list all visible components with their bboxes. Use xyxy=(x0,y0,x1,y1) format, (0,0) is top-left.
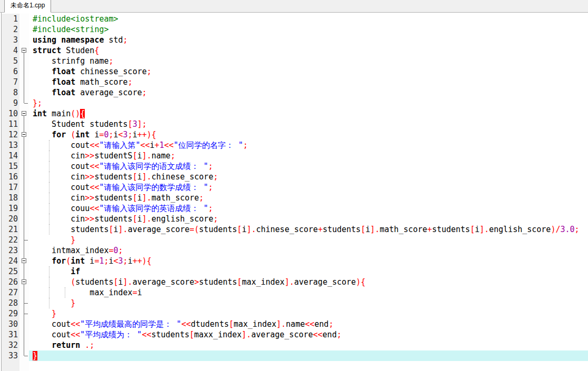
code-token: [ xyxy=(133,172,137,182)
code-token: < xyxy=(114,256,118,266)
code-token: ; xyxy=(213,214,218,224)
code-line[interactable]: cout<<"请输入该同学的语文成绩： "; xyxy=(29,161,588,172)
code-line-row: 17 cout<<"请输入该同学的数学成绩： "; xyxy=(0,182,588,193)
code-line[interactable]: if xyxy=(29,266,588,277)
code-token: math_score xyxy=(152,193,199,203)
line-number: 22 xyxy=(2,235,19,245)
code-line[interactable]: float math_score; xyxy=(29,77,588,87)
indent-guide-line xyxy=(49,151,49,161)
code-token: i xyxy=(133,130,137,139)
code-token: int xyxy=(33,109,47,118)
fold-line xyxy=(24,140,24,151)
code-token: ; xyxy=(171,151,175,161)
code-line[interactable]: struct Studen{ xyxy=(29,45,588,56)
code-line-row: 4struct Studen{ xyxy=(0,45,588,56)
code-line[interactable]: cout<<"平均成绩最高的同学是： "<<dtudents[max_index… xyxy=(29,319,588,329)
code-token: ; xyxy=(109,56,114,66)
code-token: chinese_score xyxy=(152,172,213,182)
line-number: 16 xyxy=(2,172,19,182)
code-line[interactable]: strinfg name; xyxy=(29,56,588,66)
code-line[interactable]: return .; xyxy=(29,340,588,350)
code-line[interactable]: float average_score; xyxy=(29,87,588,98)
code-line[interactable]: float chinesse_score; xyxy=(29,66,588,77)
code-token: int xyxy=(71,256,85,266)
fold-margin xyxy=(19,35,29,45)
code-line-row: 11 Student students[3]; xyxy=(0,119,588,129)
indent-guide-line xyxy=(49,298,49,308)
code-line[interactable]: couu<<"请输入该同学的英语成绩： "; xyxy=(29,203,588,214)
code-token: end xyxy=(323,330,337,339)
code-token: } xyxy=(33,235,75,245)
code-editor[interactable]: 1#include<iostream>2#include<string>3usi… xyxy=(0,13,588,371)
line-number: 11 xyxy=(2,119,19,129)
code-token: english_score xyxy=(152,214,213,224)
code-line[interactable]: #include<iostream> xyxy=(29,14,588,24)
fold-margin xyxy=(19,14,29,24)
code-token: i xyxy=(137,288,142,297)
code-token: i xyxy=(118,277,123,287)
code-line[interactable]: cout<<"平均成绩为： "<<students[maxx_index].av… xyxy=(29,329,588,340)
code-line[interactable]: cin>>students[i].math_score; xyxy=(29,193,588,203)
code-token: [ xyxy=(109,225,114,234)
fold-margin xyxy=(19,140,29,151)
code-token: [ xyxy=(190,330,194,339)
indent-guide-line xyxy=(49,287,49,298)
code-line[interactable]: cin>>students[i].chinese_score; xyxy=(29,172,588,182)
code-line-row: 14 cin>>studentS[i].name; xyxy=(0,151,588,161)
fold-line xyxy=(24,87,24,98)
code-line[interactable]: cin>>studentS[i].name; xyxy=(29,151,588,161)
line-number: 14 xyxy=(2,151,19,161)
code-line[interactable]: intmax_index=0; xyxy=(29,245,588,256)
fold-toggle-icon[interactable] xyxy=(22,258,26,263)
fold-toggle-icon[interactable] xyxy=(22,279,26,284)
code-token: } xyxy=(33,351,37,360)
code-line[interactable]: Student students[3]; xyxy=(29,119,588,129)
code-token: 0 xyxy=(104,130,108,139)
code-line[interactable]: students[i].average_score=(students[i].c… xyxy=(29,224,588,235)
code-token: ++){ xyxy=(133,256,152,266)
code-token: << xyxy=(89,183,99,192)
code-token: max_index xyxy=(33,288,133,297)
code-token: << xyxy=(313,330,323,339)
code-line[interactable]: for (int i=0;i<3;i++){ xyxy=(29,129,588,140)
code-line[interactable]: } xyxy=(29,350,588,361)
code-token: name xyxy=(286,319,305,329)
code-token xyxy=(33,340,52,350)
code-line-row: 6 float chinesse_score; xyxy=(0,66,588,77)
indent-guide-line xyxy=(49,182,49,193)
code-line[interactable]: max_index=i xyxy=(29,287,588,298)
code-line[interactable]: } xyxy=(29,308,588,319)
code-token: using xyxy=(33,35,56,45)
fold-toggle-icon[interactable] xyxy=(22,48,26,53)
code-line[interactable]: cout<<"请输入第"<<i+1<<"位同学的名字： "; xyxy=(29,140,588,151)
code-line[interactable]: (students[i].average_score>students[max_… xyxy=(29,277,588,287)
tab-untitled1[interactable]: 未命名1.cpp xyxy=(4,0,51,13)
code-line[interactable]: for(int i=1;i<3;i++){ xyxy=(29,256,588,266)
code-token: =( xyxy=(190,225,199,234)
code-line[interactable]: #include<string> xyxy=(29,24,588,35)
code-line[interactable]: } xyxy=(29,235,588,245)
code-line[interactable]: cin>>students[i].english_score; xyxy=(29,214,588,224)
line-number: 1 xyxy=(2,14,19,24)
fold-margin xyxy=(19,172,29,182)
code-line[interactable]: using namespace std; xyxy=(29,35,588,45)
indent-guide-line xyxy=(49,193,49,203)
code-token: "请输入该同学的语文成绩： " xyxy=(99,162,208,171)
code-line[interactable]: } xyxy=(29,298,588,308)
line-number: 15 xyxy=(2,161,19,172)
fold-toggle-icon[interactable] xyxy=(22,111,26,116)
code-line[interactable]: cout<<"请输入该同学的数学成绩： "; xyxy=(29,182,588,193)
code-token: float xyxy=(52,88,75,97)
code-token: [ xyxy=(470,225,475,234)
code-token: )/ xyxy=(551,225,560,234)
code-token: students xyxy=(94,193,132,203)
code-token: ++){ xyxy=(137,130,156,139)
code-token: 0 xyxy=(114,246,118,255)
fold-toggle-icon[interactable] xyxy=(22,132,26,137)
code-line[interactable]: }; xyxy=(29,98,588,108)
fold-margin xyxy=(19,277,29,287)
code-token: << xyxy=(164,141,174,150)
code-line[interactable]: int main(){ xyxy=(29,108,588,119)
fold-line xyxy=(24,182,24,193)
fold-line xyxy=(24,193,24,203)
